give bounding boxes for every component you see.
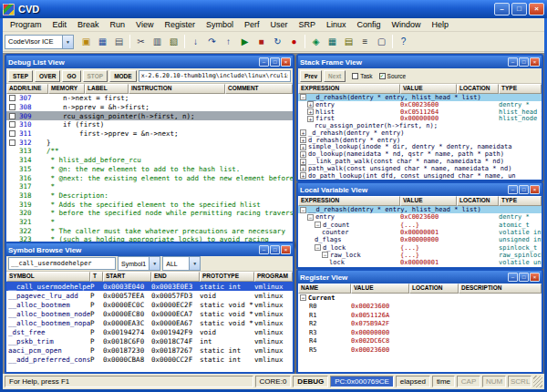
symbol-row[interactable]: aaci_pcm_openP0x001872300x00187267static… (6, 346, 293, 355)
stack-frame-row[interactable]: +d_rehash(dentry * entry) (298, 137, 542, 144)
menu-item-symbol[interactable]: Symbol (201, 19, 239, 30)
collapse-icon[interactable]: − (300, 294, 306, 301)
debug-list-row[interactable]: 307 n->next = first; (6, 94, 293, 103)
column-header-location[interactable]: LOCATION (457, 84, 499, 94)
symbol-search-input[interactable] (8, 257, 116, 270)
debug-list-row[interactable]: 322 * The caller must take whatever prec… (6, 226, 293, 235)
expand-icon[interactable]: + (300, 137, 306, 143)
close-button[interactable]: × (530, 185, 540, 194)
column-header-program[interactable]: PROGRAM (254, 272, 293, 282)
menu-item-srp[interactable]: SRP (293, 19, 321, 30)
debug-list-row[interactable]: 312} (6, 138, 293, 147)
symbol-row[interactable]: __alloc_bootmemP0x0000EC0C0x0000EC2Fstat… (6, 300, 293, 309)
register-row[interactable]: R20x075B9A2F (298, 320, 542, 329)
debug-list-row[interactable]: 314 * hlist_add_before_rcu (6, 156, 293, 165)
menu-item-user[interactable]: User (264, 19, 293, 30)
step-over-icon[interactable]: ↷ (204, 34, 220, 49)
memory-view-icon[interactable]: ▦ (325, 34, 340, 49)
debug-list-row[interactable]: 319 * Adds the specified element to the … (6, 200, 293, 209)
minimize-button[interactable]: – (259, 245, 269, 254)
maximize-button[interactable]: □ (270, 245, 280, 254)
symbol-row[interactable]: __call_usermodehelperP0x0003E0400x0003E0… (6, 282, 293, 291)
mode-button[interactable]: MODE (109, 70, 137, 82)
expand-icon[interactable]: + (300, 144, 306, 150)
local-variable-row[interactable]: −d_count{...}atomic_t (298, 222, 542, 229)
close-button[interactable]: × (281, 57, 291, 67)
debug-list-row[interactable]: 315 * @n: the new element to add to the … (6, 165, 293, 174)
maximize-button[interactable]: □ (519, 185, 529, 194)
expand-icon[interactable]: + (300, 165, 306, 171)
symbol-row[interactable]: __pskb_trimP0x0018C6F00x0018C74Fintvmlin… (6, 336, 293, 346)
minimize-button[interactable]: – (259, 57, 269, 67)
symbol-row[interactable]: __pagevec_lru_addP0x00057EEA0x00057FD3vo… (6, 291, 293, 300)
breakpoint-icon[interactable]: ● (286, 34, 302, 49)
debug-list-row[interactable]: 320 * before the specified node while pe… (6, 209, 293, 218)
breakpoint-checkbox[interactable] (9, 113, 15, 119)
debug-list-row[interactable]: 311 first->pprev = &n->next; (6, 129, 293, 139)
collapse-icon[interactable]: − (322, 252, 328, 258)
collapse-icon[interactable]: − (307, 214, 314, 221)
column-header-location[interactable]: LOCATION (409, 284, 459, 294)
register-view-titlebar[interactable]: Register View – □ × (298, 271, 542, 284)
stop-icon[interactable]: ■ (253, 34, 269, 49)
register-row[interactable]: R10x0051126A (298, 311, 542, 320)
collapse-icon[interactable]: − (315, 222, 321, 228)
step-into-icon[interactable]: ↓ (188, 34, 203, 49)
task-checkbox[interactable]: Task (352, 73, 372, 79)
debug-list-row[interactable]: 309 rcu_assign_pointer(h->first, n); (6, 111, 293, 120)
expand-icon[interactable]: + (300, 151, 306, 158)
source-path-field[interactable] (139, 70, 291, 82)
stack-frame-row[interactable]: +_d_rehash(dentry * entry) (298, 129, 542, 137)
symbol-row[interactable]: _dst_freeP0x001942740x001942F9voidvmlinu… (6, 327, 293, 336)
column-header-value[interactable]: VALUE (400, 84, 457, 94)
stack-frame-row[interactable]: +path_walk(const unsigned char * name, n… (298, 165, 542, 172)
scope-combo[interactable]: ALL ▼ (162, 256, 201, 271)
debug-list-row[interactable]: 318 * Description: (6, 191, 293, 201)
stack-frame-view-titlebar[interactable]: Stack Frame View – □ × (298, 56, 542, 68)
stop-button[interactable]: STOP (83, 70, 108, 82)
close-button[interactable]: × (530, 273, 540, 282)
column-header-label[interactable]: LABEL (85, 84, 129, 94)
debug-list-view-titlebar[interactable]: Debug List View – □ × (6, 56, 293, 68)
column-header-addr-line[interactable]: ADDR/LINE (6, 84, 48, 94)
menu-item-register[interactable]: Register (159, 19, 201, 30)
save-icon[interactable]: ▦ (95, 34, 110, 49)
column-header-memory[interactable]: MEMORY (48, 84, 85, 94)
menu-item-program[interactable]: Program (5, 19, 47, 30)
register-row[interactable]: −Current (298, 294, 542, 303)
collapse-icon[interactable]: − (300, 94, 306, 100)
source-view-icon[interactable]: ▢ (374, 34, 389, 49)
debug-list-row[interactable]: 321 * (6, 218, 293, 227)
paste-icon[interactable]: ▧ (166, 34, 181, 49)
dropdown-arrow-icon[interactable]: ▼ (189, 257, 200, 270)
menu-item-config[interactable]: Config (352, 19, 387, 30)
maximize-button[interactable]: □ (511, 3, 527, 15)
step-out-icon[interactable]: ↑ (221, 34, 236, 49)
debug-list-row[interactable]: 316 * @next: the existing element to add… (6, 173, 293, 182)
column-header-name[interactable]: NAME (298, 284, 351, 294)
symbol-row[interactable]: __alloc_bootmem_nopanicP0x0000EA3C0x0000… (6, 318, 293, 327)
cut-icon[interactable]: ✂ (133, 34, 149, 49)
minimize-button[interactable]: – (508, 185, 518, 194)
breakpoint-checkbox[interactable] (9, 139, 15, 146)
debug-list-row[interactable]: 313/** (6, 147, 293, 156)
column-header-location[interactable]: LOCATION (457, 196, 499, 206)
column-header-description[interactable]: DESCRIPTION (459, 284, 542, 294)
stack-frame-row[interactable]: +first0x00000000hlist_node * (298, 115, 542, 122)
print-icon[interactable]: ▤ (111, 34, 127, 49)
reset-icon[interactable]: ↻ (270, 34, 285, 49)
stack-frame-row[interactable]: −__d_rehash(dentry * entry, hlist_head *… (298, 94, 542, 101)
close-button[interactable]: × (529, 3, 544, 15)
breakpoint-checkbox[interactable] (9, 130, 15, 137)
maximize-button[interactable]: □ (519, 57, 529, 67)
minimize-button[interactable]: – (508, 57, 518, 67)
local-variable-row[interactable]: counter0x00000001volatile int (298, 229, 542, 236)
local-variable-row[interactable]: −entry0xC0023600dentry * (298, 213, 542, 221)
maximize-button[interactable]: □ (519, 273, 529, 282)
column-header-value[interactable]: VALUE (351, 284, 409, 294)
source-checkbox[interactable]: ✓ Source (379, 73, 407, 79)
watch-view-icon[interactable]: ◈ (308, 34, 324, 49)
column-header-start[interactable]: START (103, 272, 151, 282)
menu-item-help[interactable]: Help (427, 19, 455, 30)
next-frame-button[interactable]: Next (324, 70, 346, 82)
